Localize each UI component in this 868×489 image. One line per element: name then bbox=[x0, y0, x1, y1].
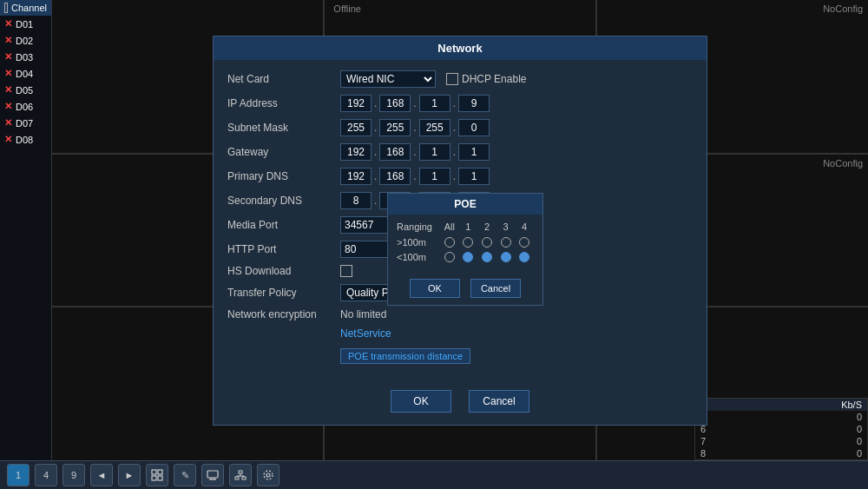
channel-checkbox[interactable] bbox=[4, 3, 8, 13]
pdns-part-1[interactable] bbox=[340, 168, 372, 185]
net-card-label: Net Card bbox=[227, 73, 340, 85]
net-card-select[interactable]: Wired NIC bbox=[340, 70, 436, 88]
sidebar-item-d02[interactable]: ✕ D02 bbox=[0, 32, 51, 49]
primary-dns-input: . . . bbox=[340, 168, 490, 185]
radio-gt100-3[interactable] bbox=[501, 237, 511, 248]
radio-lt100-2[interactable] bbox=[482, 252, 492, 262]
pdns-part-4[interactable] bbox=[458, 168, 490, 185]
gateway-row: Gateway . . . bbox=[227, 143, 693, 161]
poe-gt100-1[interactable] bbox=[459, 237, 478, 248]
poe-row-gt100: >100m bbox=[397, 237, 534, 248]
ip-dot-2: . bbox=[413, 97, 416, 109]
sidebar-item-d08[interactable]: ✕ D08 bbox=[0, 131, 51, 148]
subnet-part-1[interactable] bbox=[340, 119, 372, 136]
network-ok-button[interactable]: OK bbox=[391, 390, 451, 413]
taskbar-btn-grid[interactable] bbox=[146, 464, 168, 486]
ip-part-1[interactable] bbox=[340, 95, 372, 112]
poe-gt100-3[interactable] bbox=[496, 237, 516, 248]
taskbar-btn-pencil[interactable]: ✎ bbox=[174, 464, 196, 486]
channel-label-d05: D05 bbox=[16, 85, 33, 96]
ip-part-3[interactable] bbox=[419, 95, 450, 112]
x-icon-d01: ✕ bbox=[4, 18, 12, 30]
primary-dns-value: . . . bbox=[340, 168, 693, 185]
svg-rect-4 bbox=[207, 471, 218, 478]
pdns-part-3[interactable] bbox=[419, 168, 450, 185]
dhcp-checkbox[interactable] bbox=[446, 73, 458, 85]
radio-lt100-3[interactable] bbox=[501, 252, 511, 262]
ip-address-row: IP Address . . . bbox=[227, 95, 693, 112]
sidebar-item-d01[interactable]: ✕ D01 bbox=[0, 16, 51, 32]
taskbar-btn-9[interactable]: 9 bbox=[62, 464, 85, 486]
sdns-part-1[interactable] bbox=[340, 192, 372, 209]
network-cancel-button[interactable]: Cancel bbox=[469, 390, 529, 413]
sidebar-item-d07[interactable]: ✕ D07 bbox=[0, 115, 51, 131]
pdns-part-2[interactable] bbox=[379, 168, 411, 185]
poe-col-4: 4 bbox=[515, 221, 534, 232]
netservice-row: NetService bbox=[227, 327, 693, 340]
poe-lt100-3[interactable] bbox=[496, 252, 516, 262]
sidebar-item-d04[interactable]: ✕ D04 bbox=[0, 65, 51, 82]
taskbar-btn-network[interactable] bbox=[229, 464, 252, 486]
poe-lt100-1[interactable] bbox=[459, 252, 478, 262]
transfer-policy-label: Transfer Policy bbox=[227, 287, 340, 299]
radio-gt100-4[interactable] bbox=[519, 237, 529, 248]
poe-gt100-2[interactable] bbox=[477, 237, 496, 248]
sidebar-header-label: Channel bbox=[11, 3, 47, 13]
taskbar-btn-settings[interactable] bbox=[257, 464, 279, 486]
subnet-part-3[interactable] bbox=[419, 119, 450, 136]
channel-label-d01: D01 bbox=[16, 19, 33, 30]
gateway-label: Gateway bbox=[227, 146, 340, 158]
ip-part-4[interactable] bbox=[458, 95, 490, 112]
radio-gt100-2[interactable] bbox=[482, 237, 492, 248]
ip-address-input: . . . bbox=[340, 95, 490, 112]
poe-gt100-4[interactable] bbox=[515, 237, 534, 248]
poe-ok-button[interactable]: OK bbox=[410, 279, 460, 298]
taskbar-btn-prev[interactable]: ◄ bbox=[90, 464, 113, 486]
svg-rect-8 bbox=[239, 471, 242, 473]
gw-part-1[interactable] bbox=[340, 143, 372, 161]
poe-transmission-button[interactable]: POE transmission distance bbox=[340, 348, 470, 364]
ip-part-2[interactable] bbox=[379, 95, 411, 112]
subnet-part-2[interactable] bbox=[379, 119, 411, 136]
poe-row-lt100: <100m bbox=[397, 252, 534, 262]
channel-label-d03: D03 bbox=[16, 52, 33, 63]
network-encryption-label: Network encryption bbox=[227, 308, 340, 320]
net-card-row: Net Card Wired NIC DHCP Enable bbox=[227, 70, 693, 88]
x-icon-d02: ✕ bbox=[4, 35, 12, 46]
poe-gt100-all[interactable] bbox=[440, 237, 459, 248]
ip-dot-3: . bbox=[453, 97, 456, 109]
taskbar-btn-display[interactable] bbox=[201, 464, 224, 486]
gw-part-4[interactable] bbox=[458, 143, 490, 161]
radio-gt100-1[interactable] bbox=[463, 237, 473, 248]
net-card-value: Wired NIC DHCP Enable bbox=[340, 70, 693, 88]
taskbar-btn-next[interactable]: ► bbox=[118, 464, 141, 486]
netservice-link[interactable]: NetService bbox=[340, 327, 391, 340]
gw-part-2[interactable] bbox=[379, 143, 411, 161]
radio-lt100-4[interactable] bbox=[519, 252, 529, 262]
hs-download-label: HS Download bbox=[227, 265, 340, 277]
poe-lt100-2[interactable] bbox=[477, 252, 496, 262]
poe-lt100-all[interactable] bbox=[440, 252, 459, 262]
network-encryption-value: No limited bbox=[340, 308, 693, 320]
network-dialog-footer: OK Cancel bbox=[214, 381, 707, 425]
taskbar-btn-4[interactable]: 4 bbox=[35, 464, 57, 486]
hs-download-checkbox[interactable] bbox=[340, 265, 352, 277]
sidebar-item-d06[interactable]: ✕ D06 bbox=[0, 98, 51, 115]
poe-cancel-button[interactable]: Cancel bbox=[470, 279, 521, 298]
subnet-part-4[interactable] bbox=[458, 119, 490, 136]
gw-part-3[interactable] bbox=[419, 143, 450, 161]
radio-gt100-all[interactable] bbox=[444, 237, 455, 248]
radio-lt100-all[interactable] bbox=[444, 252, 455, 262]
svg-rect-3 bbox=[158, 476, 162, 480]
poe-dialog-title: POE bbox=[388, 194, 542, 215]
poe-lt100-4[interactable] bbox=[515, 252, 534, 262]
poe-lt100-label: <100m bbox=[397, 252, 440, 262]
taskbar-btn-1[interactable]: 1 bbox=[7, 464, 30, 486]
poe-dialog: POE Ranging All 1 2 3 4 >100m bbox=[387, 193, 543, 306]
ip-address-value: . . . bbox=[340, 95, 693, 112]
radio-lt100-1[interactable] bbox=[463, 252, 473, 262]
network-encryption-text: No limited bbox=[340, 308, 386, 320]
sidebar-item-d03[interactable]: ✕ D03 bbox=[0, 49, 51, 65]
sidebar-item-d05[interactable]: ✕ D05 bbox=[0, 82, 51, 98]
dhcp-label: DHCP Enable bbox=[462, 73, 526, 85]
